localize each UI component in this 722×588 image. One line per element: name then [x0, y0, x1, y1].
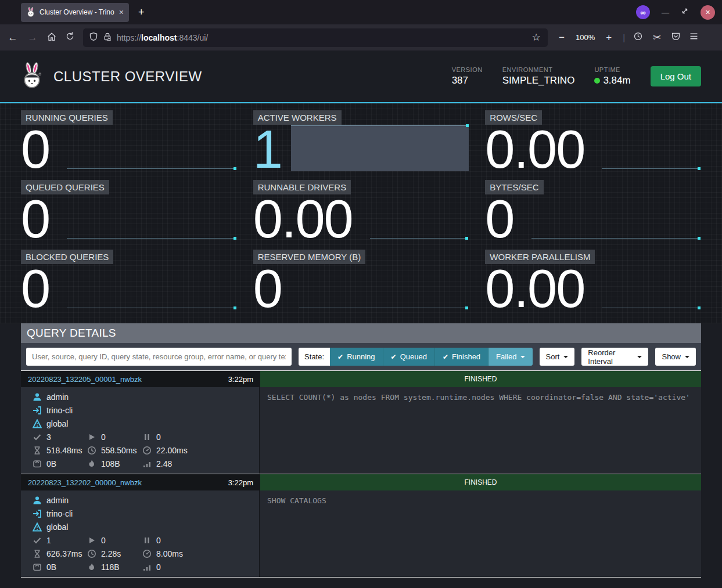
chevron-down-icon [563, 356, 568, 358]
source-icon [33, 509, 42, 518]
check-icon: ✔ [391, 353, 397, 361]
chevron-down-icon [637, 356, 642, 358]
query-id-link[interactable]: 20220823_132205_00001_nwbzk [28, 375, 142, 384]
browser-window: Cluster Overview - Trino × + ∞ — × ← → [0, 0, 722, 588]
query-id-link[interactable]: 20220823_132202_00000_nwbzk [28, 478, 142, 487]
sparkline-filled [291, 125, 469, 171]
sparkline [602, 168, 700, 169]
reload-icon[interactable] [65, 31, 75, 44]
elapsed-time-icon [87, 549, 96, 558]
query-details-section: QUERY DETAILS State: ✔Running ✔Queued ✔F… [21, 323, 701, 578]
tab-close-icon[interactable]: × [119, 8, 124, 17]
query-sql-text: SELECT COUNT(*) as nodes FROM system.run… [260, 387, 701, 407]
parallelism-icon [142, 459, 152, 468]
cpu-time-icon [142, 549, 152, 558]
queued-splits-icon [142, 536, 152, 545]
query-sql-panel: SHOW CATALOGS [260, 490, 701, 577]
query-stats-panel: admin trino-cli global 3 0 0 518.48ms 55… [21, 387, 260, 474]
url-bar[interactable]: https://localhost:8443/ui/ ☆ [83, 28, 548, 47]
cluster-stats: RUNNING QUERIES 0 ACTIVE WORKERS 1 ROWS/… [0, 103, 722, 323]
query-details-title: QUERY DETAILS [21, 323, 701, 343]
trino-favicon [26, 7, 35, 17]
menu-hamburger-icon[interactable] [689, 31, 699, 44]
browser-titlebar: Cluster Overview - Trino × + ∞ — × [0, 0, 722, 24]
environment-stat: ENVIRONMENT SIMPLE_TRINO [502, 66, 575, 86]
browser-tab[interactable]: Cluster Overview - Trino × [21, 3, 129, 22]
source-icon [33, 406, 42, 415]
restore-button[interactable] [681, 7, 689, 17]
logout-button[interactable]: Log Out [651, 66, 701, 86]
shield-icon[interactable] [89, 32, 98, 44]
bookmark-star-icon[interactable]: ☆ [530, 31, 542, 44]
home-icon[interactable] [46, 31, 57, 44]
forward-icon[interactable]: → [27, 32, 38, 44]
private-browsing-icon: ∞ [636, 5, 650, 19]
cluster-header: CLUSTER OVERVIEW VERSION 387 ENVIRONMENT… [0, 50, 722, 103]
sparkline [67, 308, 235, 308]
chevron-down-icon [520, 356, 525, 358]
stat-card-runnable-drivers: RUNNABLE DRIVERS 0.00 [253, 180, 469, 244]
search-input[interactable] [26, 348, 292, 366]
minimize-button[interactable]: — [662, 8, 669, 17]
reorder-interval-dropdown[interactable]: Reorder Interval [581, 348, 648, 366]
query-status-badge: FINISHED [260, 474, 701, 490]
user-icon [33, 496, 42, 505]
back-icon[interactable]: ← [7, 32, 19, 44]
parallelism-icon [142, 562, 152, 572]
current-memory-icon [33, 459, 42, 468]
window-controls: ∞ — × [636, 5, 722, 20]
new-tab-button[interactable]: + [138, 6, 145, 19]
history-clock-icon[interactable] [633, 31, 643, 44]
elapsed-time-icon [87, 446, 96, 455]
stat-card-blocked-queries: BLOCKED QUERIES 0 [21, 250, 237, 314]
stat-card-queued-queries: QUEUED QUERIES 0 [21, 180, 237, 244]
stat-card-active-workers: ACTIVE WORKERS 1 [253, 110, 469, 175]
tab-title: Cluster Overview - Trino [39, 8, 115, 16]
zoom-level[interactable]: 100% [576, 33, 595, 42]
query-stats-panel: admin trino-cli global 1 0 0 626.37ms 2.… [21, 490, 260, 577]
zoom-out-icon[interactable]: − [556, 32, 567, 44]
query-sql-panel: SELECT COUNT(*) as nodes FROM system.run… [260, 387, 701, 474]
state-filter-group: State: ✔Running ✔Queued ✔Finished Failed [299, 348, 532, 366]
screenshot-scissors-icon[interactable]: ✂ [651, 31, 663, 44]
cpu-time-icon [142, 446, 152, 455]
check-icon: ✔ [443, 353, 448, 361]
chevron-down-icon [685, 356, 689, 358]
filter-finished-button[interactable]: ✔Finished [435, 348, 488, 366]
zoom-in-icon[interactable]: + [603, 32, 615, 44]
page-title: CLUSTER OVERVIEW [53, 68, 202, 85]
stat-card-worker-parallelism: WORKER PARALLELISM 0.00 [485, 250, 701, 314]
sort-dropdown[interactable]: Sort [540, 348, 575, 366]
queued-splits-icon [142, 432, 152, 442]
wall-time-icon [33, 549, 42, 558]
sparkline [531, 238, 700, 239]
toolbar-divider: | [623, 33, 625, 42]
query-status-badge: FINISHED [260, 371, 701, 387]
show-dropdown[interactable]: Show [655, 348, 696, 366]
running-splits-icon [87, 432, 96, 442]
url-text[interactable]: https://localhost:8443/ui/ [117, 33, 526, 42]
wall-time-icon [33, 446, 42, 455]
cumulative-memory-icon [87, 459, 96, 468]
filter-failed-dropdown[interactable]: Failed [488, 348, 532, 366]
query-sql-text: SHOW CATALOGS [260, 490, 701, 511]
stat-card-reserved-memory: RESERVED MEMORY (B) 0 [253, 250, 469, 314]
query-row: 20220823_132202_00000_nwbzk 3:22pm FINIS… [21, 474, 701, 577]
sparkline [67, 168, 235, 169]
query-time: 3:22pm [228, 478, 253, 487]
filter-running-button[interactable]: ✔Running [330, 348, 383, 366]
user-icon [33, 392, 42, 402]
pocket-icon[interactable] [671, 31, 681, 44]
sparkline [299, 308, 468, 308]
uptime-status-dot [594, 78, 600, 84]
stat-card-running-queries: RUNNING QUERIES 0 [21, 110, 237, 175]
uptime-stat: UPTIME 3.84m [594, 66, 630, 86]
filter-queued-button[interactable]: ✔Queued [383, 348, 435, 366]
query-filter-bar: State: ✔Running ✔Queued ✔Finished Failed… [21, 343, 701, 370]
sparkline [602, 308, 700, 308]
sparkline [370, 238, 468, 239]
lock-warning-icon[interactable] [103, 32, 112, 44]
completed-splits-icon [33, 432, 42, 442]
version-stat: VERSION 387 [452, 66, 483, 86]
close-button[interactable]: × [701, 5, 715, 20]
